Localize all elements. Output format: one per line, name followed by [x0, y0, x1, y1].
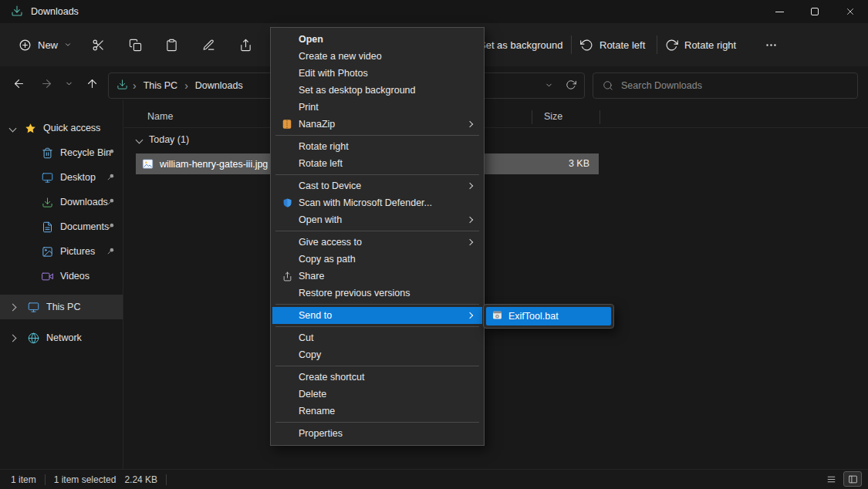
breadcrumb-item-this-pc[interactable]: This PC: [141, 80, 180, 91]
pin-icon: [106, 222, 115, 233]
submenu-item-exiftool-bat[interactable]: ExifTool.bat: [486, 307, 611, 325]
cut-button[interactable]: [85, 32, 111, 57]
menu-item-give-access-to[interactable]: Give access to: [272, 234, 482, 251]
details-view-button[interactable]: [822, 471, 840, 487]
menu-item-rotate-left[interactable]: Rotate left: [272, 155, 482, 172]
menu-separator: [275, 304, 479, 305]
arrow-up-icon: [86, 77, 99, 90]
status-bar: 1 item 1 item selected 2.24 KB: [0, 469, 868, 489]
menu-item-print[interactable]: Print: [272, 99, 482, 116]
sidebar-item-downloads[interactable]: Downloads: [0, 190, 123, 214]
context-menu: Open Create a new video Edit with Photos…: [270, 27, 485, 446]
pictures-icon: [42, 246, 53, 258]
defender-shield-icon: [281, 197, 293, 209]
image-file-icon: [142, 158, 154, 170]
paste-button[interactable]: [158, 32, 184, 57]
sidebar-item-quick-access[interactable]: Quick access: [0, 116, 123, 140]
up-button[interactable]: [79, 72, 104, 95]
thumbnail-view-icon: [848, 474, 858, 484]
menu-item-rotate-right[interactable]: Rotate right: [272, 138, 482, 155]
more-icon: [765, 39, 778, 52]
chevron-down-icon: [64, 41, 72, 49]
expand-chevron-icon[interactable]: [9, 303, 17, 311]
menu-item-nanazip[interactable]: NanaZip: [272, 116, 482, 133]
menu-item-rename[interactable]: Rename: [272, 403, 482, 420]
collapse-chevron-icon[interactable]: [136, 136, 144, 143]
rename-button[interactable]: [195, 32, 221, 57]
address-dropdown-button[interactable]: [545, 80, 553, 92]
sidebar-item-network[interactable]: Network: [0, 325, 123, 350]
share-button[interactable]: [232, 32, 258, 57]
item-count: 1 item: [11, 474, 36, 485]
refresh-button[interactable]: [566, 79, 576, 93]
menu-item-edit-with-photos[interactable]: Edit with Photos: [272, 65, 482, 82]
menu-item-open[interactable]: Open: [272, 31, 482, 48]
rotate-right-button[interactable]: Rotate right: [665, 32, 736, 57]
expand-chevron-icon[interactable]: [9, 334, 17, 342]
menu-item-label: Scan with Microsoft Defender...: [299, 197, 432, 208]
menu-item-copy-as-path[interactable]: Copy as path: [272, 251, 482, 268]
thumbnail-view-button[interactable]: [843, 471, 862, 487]
downloads-icon: [42, 197, 53, 208]
close-button[interactable]: [833, 0, 868, 23]
more-options-button[interactable]: [758, 32, 784, 57]
menu-item-label: Send to: [299, 310, 332, 321]
group-header-label: Today (1): [149, 134, 189, 145]
status-divider: [166, 474, 167, 485]
menu-item-send-to[interactable]: Send to: [272, 307, 482, 324]
rotate-left-label: Rotate left: [599, 39, 645, 51]
rotate-left-button[interactable]: Rotate left: [580, 32, 645, 57]
pin-icon: [106, 197, 115, 208]
menu-item-label: Create shortcut: [299, 372, 364, 383]
recent-locations-button[interactable]: [59, 72, 79, 95]
search-input[interactable]: [621, 80, 848, 91]
menu-item-cut[interactable]: Cut: [272, 329, 482, 346]
downloads-folder-icon: [11, 5, 23, 19]
sidebar-item-label: Quick access: [43, 123, 100, 133]
menu-item-set-as-desktop-background[interactable]: Set as desktop background: [272, 82, 482, 99]
downloads-folder-icon: [117, 79, 128, 93]
column-header-size[interactable]: Size: [544, 111, 562, 122]
group-header-today[interactable]: Today (1): [137, 134, 189, 145]
menu-item-label: Cut: [299, 332, 313, 343]
menu-item-open-with[interactable]: Open with: [272, 211, 482, 228]
sidebar-item-documents[interactable]: Documents: [0, 214, 123, 239]
column-header-name[interactable]: Name: [147, 111, 173, 122]
submenu-arrow-icon: [467, 217, 473, 223]
menu-item-label: NanaZip: [299, 119, 335, 130]
sidebar-item-pictures[interactable]: Pictures: [0, 239, 123, 264]
sidebar-item-videos[interactable]: Videos: [0, 264, 123, 288]
pin-icon: [106, 148, 115, 159]
menu-item-share[interactable]: Share: [272, 268, 482, 285]
menu-item-create-a-new-video[interactable]: Create a new video: [272, 48, 482, 65]
search-box: [593, 73, 858, 99]
forward-button[interactable]: [34, 72, 59, 95]
menu-item-delete[interactable]: Delete: [272, 386, 482, 403]
titlebar: Downloads: [0, 0, 868, 23]
sidebar-item-this-pc[interactable]: This PC: [0, 295, 123, 319]
menu-item-properties[interactable]: Properties: [272, 425, 482, 442]
breadcrumb-item-downloads[interactable]: Downloads: [193, 80, 245, 91]
column-divider[interactable]: [599, 110, 600, 124]
plus-circle-icon: [19, 39, 32, 52]
this-pc-icon: [28, 302, 39, 313]
menu-item-create-shortcut[interactable]: Create shortcut: [272, 369, 482, 386]
breadcrumb-chevron-icon: ›: [184, 80, 188, 91]
copy-icon: [129, 39, 142, 52]
back-button[interactable]: [6, 72, 31, 95]
menu-item-restore-previous-versions[interactable]: Restore previous versions: [272, 285, 482, 302]
maximize-button[interactable]: [797, 0, 833, 23]
minimize-button[interactable]: [762, 0, 797, 23]
menu-item-copy[interactable]: Copy: [272, 346, 482, 363]
sidebar-item-desktop[interactable]: Desktop: [0, 165, 123, 190]
menu-item-cast-to-device[interactable]: Cast to Device: [272, 177, 482, 194]
expand-chevron-icon[interactable]: [9, 124, 17, 132]
sidebar-item-recycle-bin[interactable]: Recycle Bin: [0, 140, 123, 165]
menu-item-scan-with-microsoft-defender[interactable]: Scan with Microsoft Defender...: [272, 194, 482, 211]
column-divider[interactable]: [532, 110, 532, 124]
set-as-background-label: Set as background: [479, 39, 562, 51]
rotate-right-label: Rotate right: [684, 39, 736, 51]
new-button[interactable]: New: [9, 32, 81, 58]
chevron-down-icon: [545, 81, 553, 89]
copy-button[interactable]: [122, 32, 148, 57]
